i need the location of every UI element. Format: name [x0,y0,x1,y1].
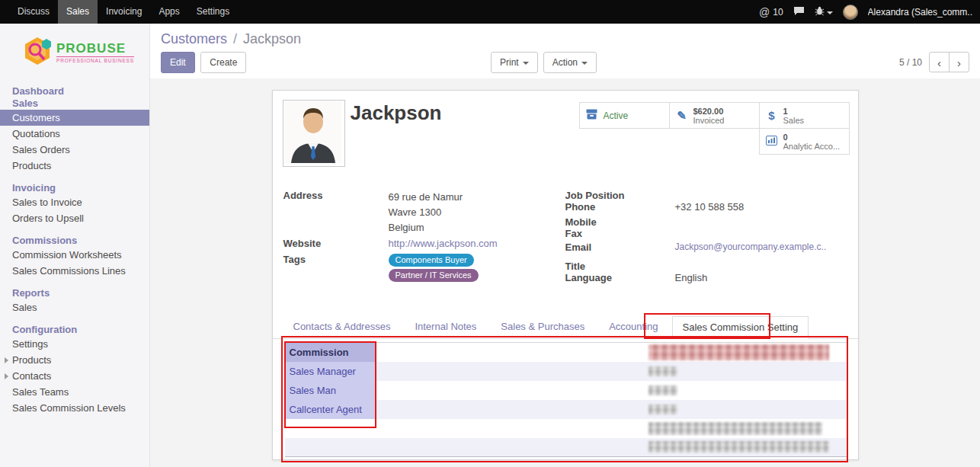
sales-stat-text: 1 Sales [783,107,805,125]
invoiced-stat-button[interactable]: ✎ $620.00 Invoiced [669,102,760,129]
app-logo: PROBUSE PROFESSIONAL BUSINESS [0,24,149,75]
chat-icon[interactable] [793,6,805,18]
caret-down-icon [523,62,529,65]
sidebar: PROBUSE PROFESSIONAL BUSINESS Dashboard … [0,24,150,467]
menu-discuss[interactable]: Discuss [9,0,58,24]
tag-components-buyer[interactable]: Components Buyer [389,254,474,267]
commission-level-table: Commission Level Sales Manager Sales Man… [285,342,847,456]
expand-arrow-icon [5,373,8,379]
user-name[interactable]: Alexandra (Sales_comm.. [868,7,972,18]
redacted-blur-header [649,344,829,360]
redacted-blur-cell [649,366,677,376]
breadcrumb: Customers / Jackpson [161,30,969,47]
sidebar-item-orders-to-upsell[interactable]: Orders to Upsell [0,210,149,226]
sidebar-item-invoicing-root[interactable]: Invoicing [0,182,149,194]
title-field-row: Title [565,261,850,272]
website-field-row: Website http://www.jackpson.com [283,238,562,249]
caret-down-icon [581,62,588,65]
sidebar-item-commission-worksheets[interactable]: Commission Worksheets [0,247,149,263]
redacted-blur-cell [649,385,677,395]
sidebar-item-sales-root[interactable]: Sales [0,98,149,110]
sidebar-item-settings[interactable]: Settings [0,336,149,352]
tab-sales-commission-setting[interactable]: Sales Commission Setting [672,316,809,339]
customer-photo[interactable] [283,100,345,167]
sales-stat-button[interactable]: $ 1 Sales [759,102,850,129]
fax-label: Fax [565,228,675,239]
sidebar-item-sales-orders[interactable]: Sales Orders [0,142,149,158]
sidebar-item-products[interactable]: Products [0,158,149,174]
sidebar-item-commissions-root[interactable]: Commissions [0,235,149,247]
tab-sales-purchases[interactable]: Sales & Purchases [490,315,595,338]
table-row-callcenter-agent[interactable]: Callcenter Agent [285,400,847,419]
record-pager: 5 / 10 ‹ › [899,52,969,72]
redacted-blur-cell [649,441,829,453]
logo-name: PROBUSE [56,43,134,55]
pager-previous-button[interactable]: ‹ [929,52,950,72]
control-panel-buttons: Edit Create Print Action 5 / 10 ‹ › [161,52,969,73]
address-value[interactable]: 69 rue de Namur Wavre 1300 Belgium [389,190,463,235]
sidebar-item-config-contacts[interactable]: Contacts [0,368,149,384]
user-avatar[interactable] [843,5,858,20]
website-link[interactable]: http://www.jackpson.com [389,238,498,249]
sales-count-label: Sales [783,116,805,125]
sidebar-item-reports-sales[interactable]: Sales [0,299,149,315]
bug-icon [815,6,825,18]
sidebar-item-config-products[interactable]: Products [0,352,149,368]
tab-accounting[interactable]: Accounting [598,315,668,338]
menu-settings[interactable]: Settings [188,0,238,24]
sidebar-item-dashboard[interactable]: Dashboard [0,85,149,98]
systray: 10 Alexandra (Sales_comm.. [759,5,980,20]
tab-internal-notes[interactable]: Internal Notes [404,315,487,338]
commission-level-column-header[interactable]: Commission Level [285,343,376,362]
logo-tagline: PROFESSIONAL BUSINESS [56,56,134,63]
tags-value: Components Buyer Partner / IT Services [389,254,479,284]
job-position-label: Job Position [565,190,675,201]
app-menu: Discuss Sales Invoicing Apps Settings [9,0,238,24]
pager-next-button[interactable]: › [949,52,969,72]
sidebar-item-sales-to-invoice[interactable]: Sales to Invoice [0,194,149,210]
sidebar-item-sales-teams[interactable]: Sales Teams [0,384,149,400]
debug-menu[interactable] [815,6,833,18]
phone-value[interactable]: +32 10 588 558 [675,201,745,213]
print-dropdown-button[interactable]: Print [491,52,538,73]
sidebar-item-customers[interactable]: Customers [0,110,149,126]
sidebar-item-label: Products [12,354,51,366]
sidebar-item-sales-commissions-lines[interactable]: Sales Commissions Lines [0,263,149,279]
mention-count: 10 [773,7,783,18]
menu-invoicing[interactable]: Invoicing [98,0,150,24]
mentions-counter[interactable]: 10 [759,6,783,18]
address-field-row: Address 69 rue de Namur Wavre 1300 Belgi… [283,190,562,235]
edit-button[interactable]: Edit [161,52,195,73]
menu-sales[interactable]: Sales [58,0,98,24]
menu-apps[interactable]: Apps [150,0,187,24]
email-link[interactable]: Jackpson@yourcompany.example.c.. [675,241,827,253]
sidebar-item-reports-root[interactable]: Reports [0,287,149,299]
website-label: Website [283,238,389,249]
sidebar-item-configuration-root[interactable]: Configuration [0,324,149,336]
logo-hexagon-icon [23,36,52,70]
tab-contacts-addresses[interactable]: Contacts & Addresses [283,315,402,338]
active-status-label: Active [604,110,629,121]
analytic-stat-button[interactable]: 0 Analytic Acco... [759,128,850,155]
fields-right-column: Job Position Phone +32 10 588 558 Mobile… [565,190,850,283]
create-button[interactable]: Create [200,52,246,73]
commission-level-cell: Callcenter Agent [285,400,376,419]
sidebar-item-quotations[interactable]: Quotations [0,126,149,142]
table-row-sales-man[interactable]: Sales Man [285,381,847,400]
analytic-count-value: 0 [783,133,841,142]
action-dropdown-button[interactable]: Action [543,52,597,73]
email-field-row: Email Jackpson@yourcompany.example.c.. [565,241,850,253]
active-stat-button[interactable]: Active [579,102,670,129]
address-country: Belgium [389,220,463,235]
table-row-sales-manager[interactable]: Sales Manager [285,362,847,381]
action-button-group: Print Action [491,52,597,73]
language-value[interactable]: English [675,272,708,283]
breadcrumb-customers[interactable]: Customers [161,31,227,46]
sidebar-item-sales-commission-levels[interactable]: Sales Commission Levels [0,400,149,416]
title-label: Title [565,261,675,272]
action-label: Action [552,57,578,68]
mention-icon [759,6,770,18]
tag-partner-it-services[interactable]: Partner / IT Services [389,269,479,282]
sales-count-value: 1 [783,107,805,116]
expand-arrow-icon [5,357,8,363]
